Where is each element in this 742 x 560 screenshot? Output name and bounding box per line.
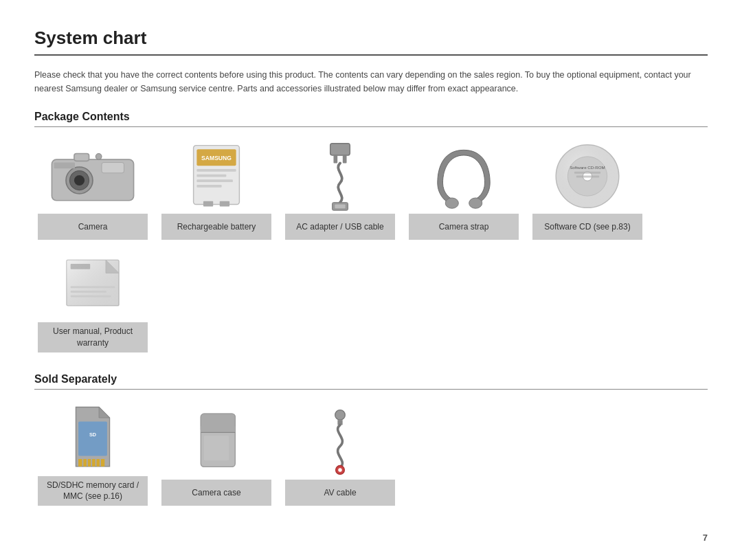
item-camera-case: Camera case [158,404,275,506]
svg-rect-16 [220,201,229,206]
svg-rect-43 [96,459,100,467]
svg-rect-30 [576,175,599,177]
svg-rect-41 [88,459,91,467]
page-number: 7 [703,533,708,543]
svg-rect-21 [335,204,345,208]
svg-point-22 [445,198,458,208]
svg-text:SD: SD [89,432,96,438]
svg-rect-34 [71,286,115,288]
svg-point-50 [335,410,346,421]
svg-rect-44 [101,459,104,467]
sd-card-label: SD/SDHC memory card / MMC (see p.16) [38,476,148,506]
svg-rect-35 [71,291,106,293]
svg-rect-36 [71,295,111,297]
svg-text:Software CD-ROM: Software CD-ROM [570,165,605,170]
item-battery: SAMSUNG Rechargeable battery [158,138,275,240]
item-camera: Camera [34,138,151,240]
svg-rect-47 [201,426,235,432]
svg-rect-15 [203,201,213,206]
svg-text:SAMSUNG: SAMSUNG [201,154,232,161]
svg-rect-13 [196,179,233,182]
manual-icon [41,247,144,322]
camera-icon [41,138,144,214]
intro-text: Please check that you have the correct c… [34,68,708,96]
camera-case-label: Camera case [161,480,271,506]
svg-rect-39 [78,459,82,467]
item-manual: User manual, Product warranty [34,247,151,352]
svg-rect-37 [78,421,107,456]
manual-label: User manual, Product warranty [38,322,148,352]
item-cd: Software CD-ROM Software CD (see p.83) [529,138,646,240]
svg-point-53 [338,468,341,471]
item-cable: AC adapter / USB cable [282,138,398,240]
camera-label: Camera [38,214,148,240]
cable-icon [289,138,392,214]
svg-rect-5 [54,163,75,169]
sd-card-icon: SD [41,401,144,476]
svg-point-7 [95,154,102,160]
svg-rect-6 [74,154,89,161]
svg-rect-18 [333,155,337,162]
svg-rect-4 [102,163,124,173]
av-cable-icon [289,404,392,480]
sold-separately-section: Sold Separately SD [34,373,708,506]
svg-rect-40 [83,459,87,467]
svg-point-23 [469,198,482,208]
svg-rect-33 [71,264,91,269]
svg-rect-17 [330,143,350,155]
strap-icon [412,138,515,214]
package-row-1: Camera SAMSUNG Rechargeable battery [34,138,708,240]
item-sd-card: SD SD/SDHC memory card / MMC (see p.16) [34,401,151,506]
svg-rect-19 [343,155,347,162]
strap-label: Camera strap [409,214,519,240]
svg-point-3 [74,175,85,186]
svg-rect-14 [196,184,221,187]
sold-row-1: SD SD/SDHC memory card / MMC (see p.16) [34,401,708,506]
camera-case-icon [165,404,268,480]
battery-icon: SAMSUNG [165,138,268,214]
item-av-cable: AV cable [282,404,398,506]
cd-label: Software CD (see p.83) [532,214,642,240]
svg-rect-42 [92,459,95,467]
page-title: System chart [34,27,708,56]
sold-separately-heading: Sold Separately [34,373,708,390]
svg-rect-11 [196,169,236,172]
cable-label: AC adapter / USB cable [285,214,395,240]
svg-rect-12 [196,174,226,177]
item-strap: Camera strap [405,138,522,240]
package-contents-heading: Package Contents [34,111,708,127]
battery-label: Rechargeable battery [161,214,271,240]
svg-rect-29 [574,171,600,173]
package-row-2: User manual, Product warranty [34,247,708,352]
av-cable-label: AV cable [285,480,395,506]
cd-icon: Software CD-ROM [536,138,639,214]
svg-rect-49 [204,436,229,460]
